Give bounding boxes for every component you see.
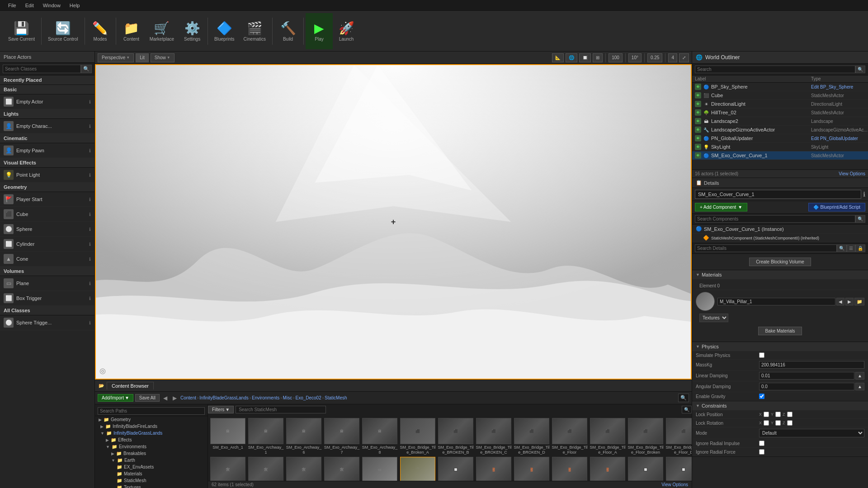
material-browse-button[interactable]: 📁 xyxy=(854,298,864,305)
vis-directional[interactable]: 👁 xyxy=(695,101,701,107)
show-button[interactable]: Show ▼ xyxy=(151,53,175,62)
scale-value[interactable]: 0.25 xyxy=(647,53,662,62)
cube-info[interactable]: ℹ xyxy=(89,212,91,217)
player-start-info[interactable]: ℹ xyxy=(89,197,91,202)
constraints-header[interactable]: ▼ Constraints xyxy=(692,401,868,410)
save-all-button[interactable]: Save All xyxy=(135,394,160,402)
tree-materials1[interactable]: 📁 Materials xyxy=(95,470,208,477)
actor-sphere-trigger[interactable]: ⚪ Sphere Trigge... ℹ xyxy=(0,315,94,330)
vp-icon-2[interactable]: 🌐 xyxy=(566,53,577,62)
nav-back-button[interactable]: ◀ xyxy=(161,394,169,402)
tree-staticmesh1[interactable]: 📁 StaticMesh xyxy=(95,477,208,484)
cb-view-options[interactable]: View Options xyxy=(661,482,688,487)
breadcrumb-content[interactable]: Content xyxy=(180,395,196,400)
asset-door04[interactable]: 🚪 SM_Exo_Deco_Door04 xyxy=(590,457,626,481)
asset-door02[interactable]: 🚪 SM_Exo_Deco_Door02 xyxy=(514,457,550,481)
perspective-dropdown[interactable]: Perspective ▼ xyxy=(98,53,134,62)
lock-pos-x-checkbox[interactable] xyxy=(764,412,769,417)
actor-empty-actor[interactable]: ⬜ Empty Actor ℹ xyxy=(0,94,94,109)
outliner-pn-globalupdater[interactable]: 👁 🔵 PN_GlobalUpdater Edit PN_GlobalUpdat… xyxy=(692,134,868,143)
asset-sm-archway6[interactable]: 🏛 SM_Exo_Archway_6 xyxy=(286,418,322,455)
save-current-button[interactable]: 💾 Save Current xyxy=(4,13,39,49)
bake-materials-button[interactable]: Bake Materials xyxy=(758,327,802,335)
box-trigger-info[interactable]: ℹ xyxy=(89,296,91,301)
actor-player-start[interactable]: 🚩 Player Start ℹ xyxy=(0,192,94,207)
lit-button[interactable]: Lit xyxy=(136,53,149,62)
asset-cob-web04[interactable]: 🕸 SM_Exo_Cob_Web04 xyxy=(286,457,322,481)
tree-textures1[interactable]: 📁 Textures xyxy=(95,484,208,488)
actor-empty-charac[interactable]: 👤 Empty Charac... ℹ xyxy=(0,119,94,134)
tree-effects[interactable]: ▶ 📁 Effects xyxy=(95,436,208,443)
vp-icon-1[interactable]: 📐 xyxy=(552,53,564,62)
tree-grasslands[interactable]: ▼ 📁 InfinityBladeGrassLands xyxy=(95,430,208,436)
asset-cover-1[interactable]: ▭ SM_Exo_Cover_1 xyxy=(362,457,398,481)
asset-bridge-floor-broken[interactable]: ⬛ SM_Exo_Bridge_Tile_Floor_Broken xyxy=(627,418,664,455)
details-info-icon[interactable]: ℹ xyxy=(863,191,865,198)
launch-button[interactable]: 🚀 Launch xyxy=(333,13,360,49)
plane-info[interactable]: ℹ xyxy=(89,281,91,286)
lock-pos-z-checkbox[interactable] xyxy=(787,412,793,417)
empty-charac-info[interactable]: ℹ xyxy=(89,124,91,129)
actor-plane[interactable]: ▭ Plane ℹ xyxy=(0,276,94,291)
asset-cob-web03[interactable]: 🕸 SM_Exo_Cob_Web03 xyxy=(248,457,284,481)
static-mesh-component[interactable]: 🔶 StaticMeshComponent (StaticMeshCompone… xyxy=(692,234,868,243)
breadcrumb-environments[interactable]: Environments xyxy=(252,395,279,400)
empty-pawn-info[interactable]: ℹ xyxy=(89,148,91,153)
actor-cylinder[interactable]: ⬜ Cylinder ℹ xyxy=(0,237,94,252)
asset-door-frame02[interactable]: 🔲 SM_Exo_Deco_Door_Frame02 xyxy=(665,457,692,481)
blueprint-script-button[interactable]: 🔷 Blueprint/Add Script xyxy=(808,203,865,211)
angular-damping-up[interactable]: ▲ xyxy=(855,383,864,390)
material-next-button[interactable]: ▶ xyxy=(845,298,854,305)
add-component-button[interactable]: + Add Component ▼ xyxy=(695,203,747,211)
vp-icon-4[interactable]: ⊞ xyxy=(593,53,603,62)
actor-cone[interactable]: ▲ Cone ℹ xyxy=(0,252,94,267)
point-light-info[interactable]: ℹ xyxy=(89,173,91,178)
vp-icon-3[interactable]: 🔲 xyxy=(579,53,591,62)
ignore-radial-force-checkbox[interactable] xyxy=(759,449,764,455)
linear-damping-up[interactable]: ▲ xyxy=(855,372,864,380)
asset-sm-archway1[interactable]: 🏛 SM_Exo_Archway_1 xyxy=(248,418,284,455)
tree-geometry[interactable]: ▶ 📁 Geometry xyxy=(95,416,208,423)
cone-info[interactable]: ℹ xyxy=(89,257,91,262)
enable-gravity-checkbox[interactable] xyxy=(759,394,764,399)
asset-cover-curve[interactable]: ⌒ SM_Exo_Cover_Curve_ xyxy=(400,457,436,481)
outliner-skylight[interactable]: 👁 💡 SkyLight SkyLight xyxy=(692,143,868,151)
breadcrumb-exo[interactable]: Exo_Deco02 xyxy=(295,395,321,400)
outliner-landscape2[interactable]: 👁 🏔 Landscape2 Landscape xyxy=(692,117,868,126)
component-search-input[interactable] xyxy=(695,215,855,223)
vis-hilltree[interactable]: 👁 xyxy=(695,109,701,116)
details-view-btn[interactable]: ☰ xyxy=(847,244,855,252)
cylinder-info[interactable]: ℹ xyxy=(89,242,91,247)
asset-bridge-broken-a[interactable]: ⬛ SM_Exo_Bridge_Tile_Broken_A xyxy=(400,418,436,455)
outliner-view-options[interactable]: View Options xyxy=(839,171,865,176)
empty-actor-info[interactable]: ℹ xyxy=(89,99,91,104)
mass-kg-input[interactable] xyxy=(759,361,864,369)
tree-firelands[interactable]: ▶ 📁 InfinityBladeFireLands xyxy=(95,423,208,430)
vis-cube[interactable]: 👁 xyxy=(695,92,701,99)
content-button[interactable]: 📁 Content xyxy=(118,13,145,49)
nav-forward-button[interactable]: ▶ xyxy=(171,394,179,402)
sphere-info[interactable]: ℹ xyxy=(89,227,91,232)
material-name-input[interactable] xyxy=(717,298,835,305)
details-search-input[interactable] xyxy=(695,244,837,252)
lock-pos-y-checkbox[interactable] xyxy=(775,412,781,417)
cb-tab[interactable]: Content Browser xyxy=(107,382,154,389)
num-value[interactable]: 4 xyxy=(668,53,677,62)
physics-header[interactable]: ▼ Physics xyxy=(692,342,868,351)
tree-environments[interactable]: ▼ 📁 Environments xyxy=(95,443,208,450)
cb-path-search-icon[interactable]: 🔍 xyxy=(678,394,689,402)
asset-bridge-floor[interactable]: ⬛ SM_Exo_Bridge_Tile_Floor xyxy=(552,418,588,455)
vis-pn-global[interactable]: 👁 xyxy=(695,135,701,141)
outliner-search-icon[interactable]: 🔍 xyxy=(855,66,865,73)
asset-bridge-broken-b[interactable]: ⬛ SM_Exo_Bridge_Tile_BROKEN_B xyxy=(438,418,474,455)
asset-cob-web05[interactable]: 🕸 SM_Exo_Cob_Web05 xyxy=(324,457,360,481)
asset-sm-archway7[interactable]: 🏛 SM_Exo_Archway_7 xyxy=(324,418,360,455)
lock-rot-y-checkbox[interactable] xyxy=(775,420,781,426)
source-control-button[interactable]: 🔄 Source Control xyxy=(43,13,83,49)
simulate-physics-checkbox[interactable] xyxy=(759,352,764,358)
asset-door03[interactable]: 🚪 SM_Exo_Deco_Door03 xyxy=(552,457,588,481)
menu-file[interactable]: File xyxy=(4,2,21,9)
filters-button[interactable]: Filters ▼ xyxy=(208,406,234,413)
asset-door01[interactable]: 🚪 SM_Exo_Deco_Door01 xyxy=(476,457,512,481)
actor-sphere[interactable]: ⚪ Sphere ℹ xyxy=(0,222,94,237)
